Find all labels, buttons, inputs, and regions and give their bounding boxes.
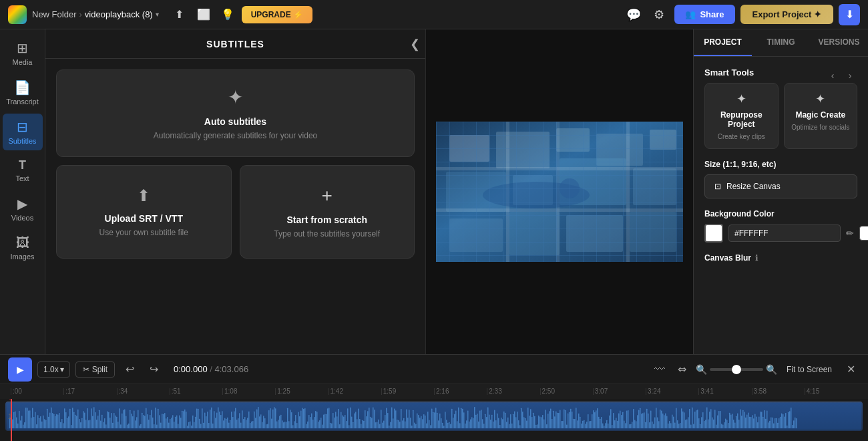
svg-rect-101 (116, 417, 118, 428)
magic-name: Magic Create (795, 110, 845, 120)
info-icon[interactable]: ℹ (755, 253, 758, 263)
time-separator: / (210, 364, 212, 374)
tab-project[interactable]: PROJECT (694, 29, 752, 56)
svg-rect-102 (118, 422, 119, 428)
svg-rect-603 (787, 426, 788, 428)
svg-rect-386 (497, 414, 498, 428)
share-project-icon-button[interactable]: ⬆ (170, 5, 190, 25)
svg-rect-458 (593, 410, 594, 428)
redo-button[interactable]: ↪ (144, 360, 163, 379)
color-swatch-white[interactable] (859, 226, 868, 241)
svg-rect-160 (195, 417, 196, 428)
timeline-ruler: :00 :17 :34 :51 1:08 1:25 1:42 1:59 2:16… (0, 384, 868, 399)
svg-rect-124 (147, 414, 148, 428)
sidebar-item-text[interactable]: T Text (3, 153, 43, 188)
svg-rect-362 (465, 424, 466, 428)
svg-rect-563 (733, 420, 734, 428)
split-button[interactable]: ✂ Split (75, 361, 115, 378)
svg-rect-466 (604, 426, 605, 428)
svg-rect-404 (521, 408, 522, 428)
svg-rect-400 (515, 417, 517, 428)
svg-rect-333 (426, 423, 427, 428)
sidebar-item-transcript[interactable]: 📄 Transcript (3, 74, 43, 111)
screen-icon-button[interactable]: ⬜ (194, 5, 214, 25)
sidebar-item-media[interactable]: ⊞ Media (3, 35, 43, 71)
auto-subtitles-title: Auto subtitles (204, 116, 266, 127)
svg-rect-609 (795, 418, 796, 428)
settings-button[interactable]: ⚙ (649, 5, 669, 25)
smart-tools-next-button[interactable]: › (843, 68, 857, 83)
svg-rect-120 (142, 413, 143, 428)
color-picker-icon[interactable]: ✏ (846, 228, 854, 239)
zoom-out-button[interactable]: 🔍 (696, 362, 707, 376)
svg-rect-492 (638, 410, 640, 428)
close-timeline-button[interactable]: ✕ (841, 360, 860, 379)
svg-rect-562 (732, 414, 733, 428)
export-button[interactable]: Export Project ✦ (740, 5, 833, 24)
svg-rect-415 (535, 425, 537, 428)
bg-color-hex-input[interactable] (728, 225, 841, 242)
speed-button[interactable]: 1.0x ▾ (37, 361, 70, 378)
upgrade-button[interactable]: UPGRADE ⚡ (242, 6, 312, 23)
auto-subtitles-card[interactable]: ✦ Auto subtitles Automatically generate … (56, 69, 415, 157)
upload-srt-card[interactable]: ⬆ Upload SRT / VTT Use your own subtitle… (56, 165, 232, 259)
repurpose-icon: ✦ (736, 92, 746, 106)
svg-rect-380 (489, 414, 490, 428)
sidebar-item-videos[interactable]: ▶ Videos (3, 190, 43, 227)
svg-rect-588 (767, 411, 768, 428)
track-clip[interactable] (5, 402, 863, 431)
magic-create-card[interactable]: ✦ Magic Create Optimize for socials (784, 83, 858, 149)
svg-rect-51 (49, 413, 51, 428)
subtitles-collapse-button[interactable]: ❮ (410, 37, 420, 51)
fit-arrows-button[interactable]: ⇔ (673, 360, 692, 379)
subtitles-header: SUBTITLES ❮ (45, 29, 425, 59)
resize-canvas-button[interactable]: ⊡ Resize Canvas (704, 174, 857, 198)
svg-rect-542 (705, 420, 706, 428)
play-button[interactable]: ▶ (8, 357, 32, 382)
smart-tools-title: Smart Tools (704, 67, 754, 78)
folder-name: New Folder (32, 9, 76, 19)
svg-rect-488 (633, 409, 634, 428)
repurpose-project-card[interactable]: ✦ Repurpose Project Create key clips (704, 83, 779, 149)
sidebar-item-images[interactable]: 🖼 Images (3, 230, 43, 266)
waveform (7, 403, 861, 430)
svg-rect-457 (592, 414, 593, 428)
svg-rect-43 (39, 418, 40, 428)
svg-rect-521 (677, 420, 678, 428)
playhead[interactable] (11, 399, 12, 441)
svg-rect-483 (626, 411, 628, 428)
bg-color-swatch[interactable] (704, 224, 723, 243)
svg-rect-6 (446, 172, 506, 212)
ruler-mark-8: 2:16 (434, 388, 487, 395)
zoom-in-icon: 🔍 (766, 364, 777, 375)
svg-rect-167 (204, 413, 206, 428)
waves-button[interactable]: 〰 (650, 360, 669, 379)
start-from-scratch-card[interactable]: + Start from scratch Type out the subtit… (240, 165, 415, 259)
undo-button[interactable]: ↩ (120, 360, 139, 379)
download-button[interactable]: ⬇ (839, 4, 860, 25)
svg-rect-516 (670, 423, 672, 428)
svg-rect-332 (425, 416, 426, 428)
svg-rect-96 (110, 418, 111, 428)
svg-rect-500 (649, 422, 650, 428)
svg-rect-581 (757, 422, 758, 428)
comment-button[interactable]: 💬 (624, 5, 644, 25)
svg-rect-553 (720, 411, 721, 428)
tab-versions[interactable]: VERSIONS (810, 29, 868, 56)
svg-rect-197 (244, 417, 246, 428)
svg-rect-274 (347, 408, 349, 428)
tab-timing[interactable]: TIMING (752, 29, 810, 56)
svg-rect-91 (103, 422, 104, 428)
lightbulb-icon-button[interactable]: 💡 (218, 5, 238, 25)
zoom-slider[interactable] (710, 368, 763, 371)
fit-to-screen-button[interactable]: Fit to Screen (781, 362, 837, 377)
chevron-down-icon[interactable]: ▾ (156, 11, 159, 18)
sidebar-item-subtitles[interactable]: ⊟ Subtitles (3, 114, 43, 150)
smart-tools-prev-button[interactable]: ‹ (825, 68, 840, 83)
svg-rect-605 (789, 411, 791, 428)
zoom-in-button[interactable]: 🔍 (766, 362, 777, 376)
svg-rect-306 (390, 422, 391, 428)
share-button[interactable]: 👥 Share (674, 5, 734, 24)
svg-rect-275 (349, 425, 350, 428)
svg-rect-455 (589, 421, 590, 428)
